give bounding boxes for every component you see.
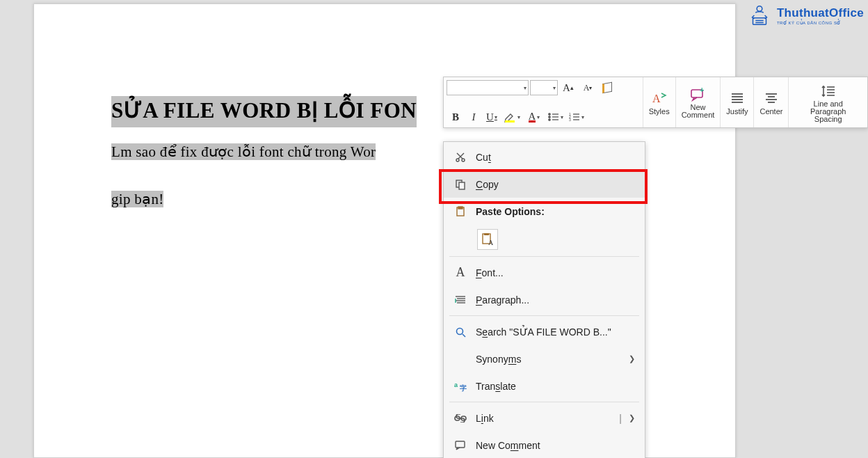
line-spacing-icon [821, 82, 836, 100]
new-comment-button[interactable]: + NewComment [676, 77, 721, 127]
numbering-button[interactable]: 123▾ [566, 109, 587, 125]
brand-watermark: ThuthuatOffice TRỢ KÝ CỦA DÂN CÔNG SỞ [746, 2, 864, 29]
submenu-arrow-icon: ❯ [629, 413, 639, 423]
justify-button[interactable]: Justify [721, 77, 754, 127]
new-comment-menu-item[interactable]: New Comment [444, 432, 645, 458]
svg-point-43 [457, 328, 463, 334]
copy-menu-item[interactable]: Copy [444, 171, 645, 198]
increase-font-icon[interactable]: A▴ [559, 79, 577, 96]
justify-icon [730, 89, 744, 107]
synonyms-menu-item[interactable]: Synonyms ❯ [444, 345, 645, 372]
search-icon [451, 326, 470, 338]
decrease-font-icon[interactable]: A▾ [579, 79, 597, 96]
svg-rect-33 [459, 182, 465, 189]
menu-separator [449, 315, 639, 316]
svg-rect-35 [458, 207, 463, 209]
paragraph-menu-item[interactable]: Paragraph... [444, 286, 645, 313]
new-comment-icon: + [689, 86, 706, 104]
copy-icon [451, 179, 470, 190]
paste-keep-text-icon: A [477, 229, 498, 250]
context-menu: Cut Copy Paste Options: A A Font... Para… [443, 141, 645, 458]
cut-icon [451, 152, 470, 163]
link-icon [451, 414, 470, 423]
font-color-button[interactable]: A▾ [523, 109, 545, 125]
styles-icon: A [651, 89, 668, 107]
svg-rect-37 [484, 233, 489, 235]
font-size-combo[interactable]: ▾ [530, 80, 558, 95]
paste-options-icon [451, 206, 470, 217]
document-heading[interactable]: SỬA FILE WORD BỊ LỖI FON [111, 96, 417, 127]
svg-point-3 [549, 113, 550, 115]
svg-text:+: + [700, 87, 704, 94]
watermark-title: ThuthuatOffice [777, 6, 864, 20]
cut-menu-item[interactable]: Cut [444, 143, 645, 171]
link-menu-item[interactable]: Link | ❯ [444, 404, 645, 432]
underline-button[interactable]: U▾ [483, 109, 501, 125]
svg-point-31 [462, 159, 465, 161]
format-painter-icon[interactable] [598, 79, 616, 96]
svg-rect-49 [456, 441, 465, 448]
center-icon [764, 89, 778, 107]
font-icon: A [451, 265, 470, 280]
bullets-button[interactable]: ▾ [545, 109, 566, 125]
paste-options-header: Paste Options: [444, 198, 645, 225]
font-menu-item[interactable]: A Font... [444, 259, 645, 286]
svg-text:3: 3 [569, 118, 571, 122]
mini-toolbar: ▾ ▾ A▴ A▾ B I U▾ ▾ A▾ ▾ 123▾ A [443, 77, 868, 128]
highlight-color-button[interactable]: ▾ [501, 109, 523, 125]
italic-button[interactable]: I [465, 109, 483, 125]
svg-text:A: A [488, 239, 494, 246]
line-spacing-button[interactable]: Line and ParagraphSpacing [789, 77, 867, 127]
font-name-combo[interactable]: ▾ [447, 80, 529, 95]
svg-text:字: 字 [460, 384, 467, 392]
svg-point-5 [549, 116, 550, 118]
bold-button[interactable]: B [447, 109, 465, 125]
svg-point-0 [757, 6, 762, 12]
menu-separator [449, 256, 639, 257]
paste-option-keep-text[interactable]: A [444, 225, 645, 254]
svg-point-7 [549, 119, 550, 120]
center-button[interactable]: Center [754, 77, 789, 127]
menu-separator [449, 402, 639, 402]
styles-button[interactable]: A Styles [643, 77, 676, 127]
translate-icon: a字 [451, 381, 470, 392]
watermark-subtitle: TRỢ KÝ CỦA DÂN CÔNG SỞ [777, 20, 864, 25]
comment-icon [451, 441, 470, 450]
watermark-logo [746, 2, 773, 29]
svg-text:a: a [454, 381, 458, 388]
paragraph-icon [451, 295, 470, 305]
svg-rect-1 [753, 18, 766, 25]
svg-text:A: A [652, 93, 661, 104]
submenu-arrow-icon: ❯ [629, 354, 639, 363]
search-menu-item[interactable]: Search "SỬA FILE WORD B..." [444, 318, 645, 345]
translate-menu-item[interactable]: a字 Translate [444, 372, 645, 400]
svg-point-30 [456, 159, 459, 161]
svg-rect-2 [505, 120, 515, 123]
